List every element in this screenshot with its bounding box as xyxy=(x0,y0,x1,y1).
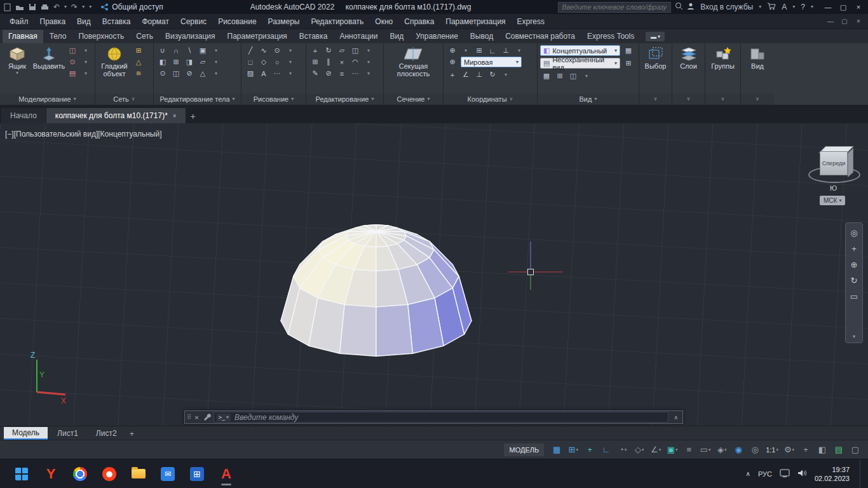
view-blocks-button[interactable]: Вид xyxy=(743,45,771,70)
viewcube-front-face[interactable]: Спереди xyxy=(820,151,848,175)
command-line-bar[interactable]: ⠿ × >_▾ Введите команду ∧ xyxy=(184,410,683,424)
menu-item-1[interactable]: Правка xyxy=(34,15,72,28)
viewcube[interactable]: Спереди Ю МСК▾ xyxy=(806,142,864,211)
panel-title-solid-editing[interactable]: Редактирование тела▾ xyxy=(154,93,241,105)
tool-icon[interactable]: ⊕ xyxy=(446,45,459,56)
ucs-combo[interactable]: Мировая▾ xyxy=(461,57,522,67)
tool-icon[interactable]: ✎ xyxy=(309,68,322,79)
mail-app[interactable]: ✉ xyxy=(155,461,180,487)
panel-title-groups[interactable]: ∨ xyxy=(705,93,740,105)
menu-item-12[interactable]: Express xyxy=(512,15,550,28)
tool-icon[interactable]: ↻ xyxy=(486,69,499,80)
tool-icon[interactable]: ◫ xyxy=(349,45,362,56)
viewcube-side-face[interactable] xyxy=(848,148,853,177)
tool-icon[interactable]: ⋯ xyxy=(349,68,362,79)
dynamic-input-toggle[interactable]: + xyxy=(582,444,597,456)
tool-icon[interactable]: ▾ xyxy=(284,68,297,79)
mdi-close-button[interactable]: × xyxy=(853,18,864,25)
autoscale-toggle[interactable]: ◎ xyxy=(747,444,763,456)
ribbon-tab-4[interactable]: Визуализация xyxy=(159,30,221,43)
tool-icon[interactable]: ⊘ xyxy=(183,68,196,79)
tool-icon[interactable]: ▾ xyxy=(362,45,375,56)
tool-icon[interactable]: ◫ xyxy=(567,71,580,81)
viewport-controls-label[interactable]: [−][Пользовательский вид][Концептуальный… xyxy=(5,130,162,139)
clock[interactable]: 19:37 02.02.2023 xyxy=(815,465,850,483)
undo-caret-icon[interactable]: ▾ xyxy=(64,4,67,10)
layers-button[interactable]: Слои xyxy=(675,45,702,70)
help-menu[interactable]: ? xyxy=(801,3,805,11)
pen-display-icon[interactable] xyxy=(780,469,790,479)
tool-icon[interactable]: ⊙ xyxy=(156,68,169,79)
tool-icon[interactable]: × xyxy=(336,57,348,67)
sign-in-label[interactable]: Вход в службы xyxy=(700,3,753,11)
chrome-browser[interactable] xyxy=(67,461,93,487)
ribbon-tab-2[interactable]: Поверхность xyxy=(72,30,130,43)
tool-icon[interactable]: ▨ xyxy=(244,68,257,79)
tool-icon[interactable]: ▾ xyxy=(362,68,375,79)
panel-title-selection[interactable]: ∨ xyxy=(639,93,672,105)
panel-title-section[interactable]: Сечение▾ xyxy=(384,93,443,105)
tool-icon[interactable]: ╱ xyxy=(244,45,257,56)
menu-item-4[interactable]: Формат xyxy=(136,15,175,28)
tool-icon[interactable]: ∪ xyxy=(156,45,169,56)
close-button[interactable]: × xyxy=(851,1,865,13)
command-input[interactable]: >_▾ Введите команду xyxy=(214,412,669,423)
graphics-performance-toggle[interactable]: ▤ xyxy=(831,444,846,456)
tool-icon[interactable]: ▾ xyxy=(79,68,92,79)
viewcube-wcs-button[interactable]: МСК▾ xyxy=(820,196,845,205)
tool-icon[interactable]: ▾ xyxy=(362,57,375,67)
annotation-scale[interactable]: 1:1▾ xyxy=(764,444,780,456)
search-icon[interactable] xyxy=(675,2,683,12)
threed-object-snap-toggle[interactable]: ◈▾ xyxy=(714,444,729,456)
help-search[interactable] xyxy=(558,2,671,13)
annotation-monitor-toggle[interactable]: + xyxy=(798,444,813,456)
ribbon-tab-1[interactable]: Тело xyxy=(44,30,72,43)
share-button[interactable]: Общий доступ xyxy=(100,3,163,11)
command-history-chevron-icon[interactable]: ∧ xyxy=(671,414,681,421)
tool-icon[interactable]: + xyxy=(309,45,322,56)
tool-icon[interactable]: ▾ xyxy=(79,45,92,56)
layout-tab-2[interactable]: Лист2 xyxy=(88,427,125,440)
panel-title-view-blocks[interactable]: ∨ xyxy=(741,93,774,105)
viewcube-south-label[interactable]: Ю xyxy=(830,184,837,192)
tool-icon[interactable]: ≡ xyxy=(336,68,348,79)
tool-icon[interactable]: ⊞ xyxy=(170,57,182,67)
undo-icon[interactable]: ↶ xyxy=(53,3,60,11)
menu-item-5[interactable]: Сервис xyxy=(175,15,212,28)
view-tool-icon[interactable]: ▦ xyxy=(622,45,635,56)
extrude-button[interactable]: Выдавить xyxy=(33,45,65,70)
start-button[interactable] xyxy=(9,461,34,487)
mdi-minimize-button[interactable]: — xyxy=(825,18,836,25)
steering-wheel-icon[interactable]: ◎ xyxy=(850,229,857,237)
tool-icon[interactable]: ◠ xyxy=(349,57,362,67)
file-tab-start[interactable]: Начало xyxy=(1,108,46,123)
tool-icon[interactable]: △ xyxy=(196,68,209,79)
quick-properties-toggle[interactable]: ◧ xyxy=(815,444,830,456)
pan-icon[interactable]: + xyxy=(851,245,857,253)
speaker-icon[interactable] xyxy=(797,469,807,479)
box-button[interactable]: Ящик▾ xyxy=(3,45,32,76)
yandex-browser[interactable] xyxy=(97,461,122,487)
tool-icon[interactable]: ▦ xyxy=(540,71,553,81)
tool-icon[interactable]: A xyxy=(257,68,270,79)
qat-customize-caret-icon[interactable]: ▾ xyxy=(89,4,92,10)
panel-title-mesh[interactable]: Сеть∨ xyxy=(95,93,153,105)
ortho-mode-toggle[interactable]: ∟ xyxy=(599,444,614,456)
object-snap-toggle[interactable]: ▣▾ xyxy=(665,444,680,456)
language-indicator[interactable]: РУС xyxy=(758,470,772,478)
ucs-icon[interactable]: ⊕ xyxy=(446,57,459,67)
tool-icon[interactable]: ▾ xyxy=(513,45,526,56)
new-drawing-tab-button[interactable]: + xyxy=(186,109,200,123)
redo-icon[interactable]: ↷ xyxy=(71,3,78,11)
command-bar-close-icon[interactable]: × xyxy=(193,414,200,421)
section-plane-button[interactable]: Секущая плоскость xyxy=(389,45,438,78)
tool-icon[interactable]: ∿ xyxy=(257,45,270,56)
ribbon-tab-5[interactable]: Параметризация xyxy=(222,30,293,43)
ribbon-tab-7[interactable]: Аннотации xyxy=(334,30,383,43)
ribbon-tab-12[interactable]: Express Tools xyxy=(581,30,640,43)
tool-icon[interactable]: ◇ xyxy=(257,57,270,67)
tool-icon[interactable]: ▾ xyxy=(459,45,472,56)
menu-item-10[interactable]: Справка xyxy=(398,15,440,28)
selection-cycling-toggle[interactable]: ▭▾ xyxy=(698,444,713,456)
tool-icon[interactable]: △ xyxy=(132,57,145,67)
